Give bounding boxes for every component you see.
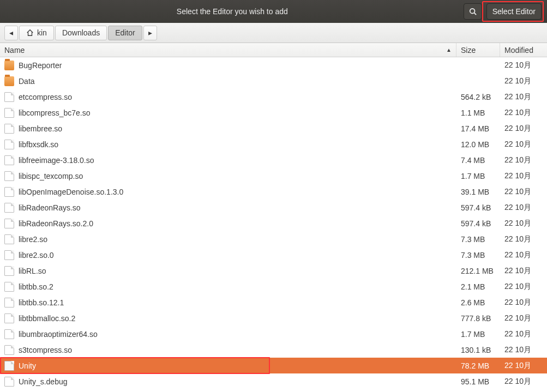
- file-modified: 22 10月: [500, 282, 547, 292]
- file-size: 7.3 MB: [456, 251, 500, 260]
- file-modified: 22 10月: [500, 329, 547, 339]
- file-size: 78.2 MB: [456, 361, 500, 370]
- file-icon: [4, 282, 14, 292]
- chevron-right-icon: ▸: [148, 28, 152, 37]
- column-name-label: Name: [4, 46, 25, 55]
- file-modified: 22 10月: [500, 377, 547, 387]
- file-modified: 22 10月: [500, 266, 547, 276]
- select-editor-button[interactable]: Select Editor: [486, 3, 542, 20]
- file-name: libRL.so: [19, 267, 456, 275]
- file-size: 17.4 MB: [456, 124, 500, 133]
- file-name: libre2.so.0: [19, 251, 456, 260]
- column-size[interactable]: Size: [456, 43, 500, 57]
- file-name: libre2.so: [19, 235, 456, 244]
- file-modified: 22 10月: [500, 140, 547, 149]
- file-name: libRadeonRays.so.2.0: [19, 219, 456, 228]
- file-row[interactable]: libRadeonRays.so597.4 kB22 10月: [0, 200, 547, 215]
- select-editor-label: Select Editor: [492, 7, 536, 16]
- file-row[interactable]: libembree.so17.4 MB22 10月: [0, 120, 547, 136]
- file-name: Data: [19, 77, 456, 86]
- file-modified: 22 10月: [500, 313, 547, 323]
- file-icon: [4, 266, 14, 276]
- file-name: BugReporter: [19, 61, 456, 70]
- file-row[interactable]: libfreeimage-3.18.0.so7.4 MB22 10月: [0, 152, 547, 168]
- file-size: 564.2 kB: [456, 93, 500, 101]
- file-icon: [4, 219, 14, 228]
- file-icon: [4, 313, 14, 323]
- file-name: libfreeimage-3.18.0.so: [19, 156, 456, 165]
- file-row[interactable]: libumbraoptimizer64.so1.7 MB22 10月: [0, 326, 547, 342]
- file-icon: [4, 155, 14, 165]
- column-modified[interactable]: Modified: [500, 43, 547, 57]
- file-name: s3tcompress.so: [19, 346, 456, 354]
- file-row[interactable]: libRadeonRays.so.2.0597.4 kB22 10月: [0, 215, 547, 231]
- file-modified: 22 10月: [500, 155, 547, 165]
- file-size: 130.1 kB: [456, 346, 500, 354]
- file-name: libtbb.so.2: [19, 282, 456, 291]
- file-icon: [4, 92, 14, 102]
- back-button[interactable]: ◂: [4, 26, 18, 40]
- column-name[interactable]: Name ▲: [0, 43, 456, 57]
- file-size: 1.7 MB: [456, 330, 500, 339]
- file-icon: [4, 124, 14, 134]
- file-name: libtbb.so.12.1: [19, 298, 456, 307]
- breadcrumb-home-label: kin: [37, 28, 47, 37]
- file-modified: 22 10月: [500, 250, 547, 260]
- file-row[interactable]: libcompress_bc7e.so1.1 MB22 10月: [0, 105, 547, 120]
- file-row[interactable]: libtbb.so.22.1 MB22 10月: [0, 279, 547, 294]
- file-name: etccompress.so: [19, 93, 456, 101]
- file-name: libumbraoptimizer64.so: [19, 330, 456, 339]
- svg-point-0: [470, 9, 474, 14]
- sort-ascending-icon: ▲: [446, 47, 452, 53]
- file-modified: 22 10月: [500, 234, 547, 244]
- file-size: 777.8 kB: [456, 314, 500, 323]
- file-row[interactable]: Data22 10月: [0, 73, 547, 89]
- file-modified: 22 10月: [500, 361, 547, 371]
- breadcrumb-editor[interactable]: Editor: [108, 26, 142, 40]
- breadcrumb-label: Downloads: [62, 28, 100, 37]
- file-icon: [4, 171, 14, 181]
- file-icon: [4, 250, 14, 260]
- file-icon: [4, 203, 14, 213]
- file-row[interactable]: etccompress.so564.2 kB22 10月: [0, 89, 547, 105]
- file-row[interactable]: libOpenImageDenoise.so.1.3.039.1 MB22 10…: [0, 184, 547, 200]
- file-size: 597.4 kB: [456, 219, 500, 228]
- file-list[interactable]: BugReporter22 10月Data22 10月etccompress.s…: [0, 57, 547, 392]
- file-row[interactable]: s3tcompress.so130.1 kB22 10月: [0, 342, 547, 358]
- file-icon: [4, 140, 14, 149]
- file-size: 2.6 MB: [456, 298, 500, 307]
- file-row[interactable]: libtbbmalloc.so.2777.8 kB22 10月: [0, 310, 547, 326]
- file-row[interactable]: libre2.so7.3 MB22 10月: [0, 231, 547, 247]
- search-button[interactable]: [464, 3, 482, 20]
- file-row[interactable]: BugReporter22 10月: [0, 57, 547, 73]
- breadcrumb-home[interactable]: kin: [19, 26, 54, 40]
- breadcrumb-downloads[interactable]: Downloads: [55, 26, 107, 40]
- column-size-label: Size: [461, 46, 476, 55]
- file-row[interactable]: libre2.so.07.3 MB22 10月: [0, 247, 547, 263]
- file-row[interactable]: libfbxsdk.so12.0 MB22 10月: [0, 136, 547, 152]
- file-row[interactable]: libRL.so212.1 MB22 10月: [0, 263, 547, 279]
- file-modified: 22 10月: [500, 124, 547, 134]
- file-icon: [4, 345, 14, 355]
- file-modified: 22 10月: [500, 108, 547, 118]
- file-row[interactable]: libtbb.so.12.12.6 MB22 10月: [0, 294, 547, 310]
- file-row[interactable]: Unity78.2 MB22 10月: [0, 358, 547, 373]
- file-icon: [4, 108, 14, 118]
- file-name: libfbxsdk.so: [19, 140, 456, 149]
- file-name: libRadeonRays.so: [19, 203, 456, 212]
- file-row[interactable]: Unity_s.debug95.1 MB22 10月: [0, 373, 547, 389]
- forward-button[interactable]: ▸: [143, 26, 157, 40]
- window-title: Select the Editor you wish to add: [3, 7, 461, 16]
- folder-icon: [4, 61, 14, 70]
- file-icon: [4, 377, 14, 387]
- file-modified: 22 10月: [500, 298, 547, 307]
- titlebar: Select the Editor you wish to add Select…: [0, 0, 547, 23]
- file-name: Unity_s.debug: [19, 377, 456, 386]
- file-name: libispc_texcomp.so: [19, 172, 456, 180]
- file-row[interactable]: libispc_texcomp.so1.7 MB22 10月: [0, 168, 547, 184]
- column-headers: Name ▲ Size Modified: [0, 43, 547, 57]
- column-modified-label: Modified: [504, 46, 533, 55]
- file-size: 7.3 MB: [456, 235, 500, 244]
- svg-line-1: [474, 13, 476, 15]
- home-icon: [26, 29, 34, 37]
